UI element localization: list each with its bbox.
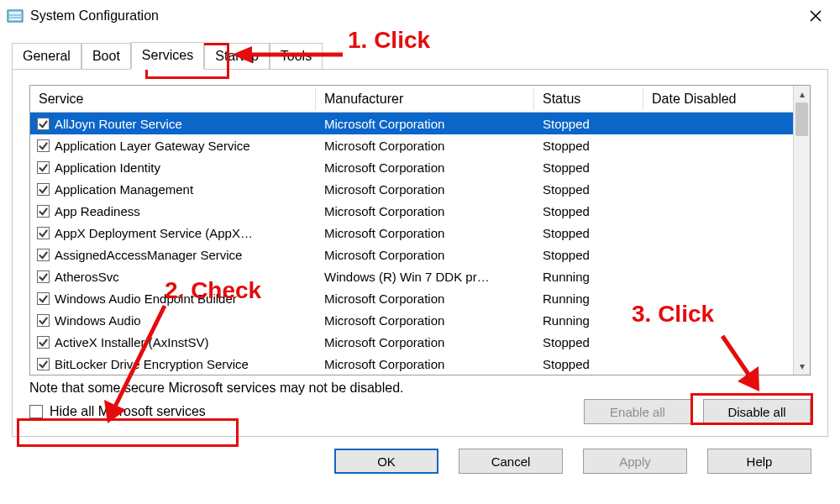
service-manufacturer: Windows (R) Win 7 DDK pr… bbox=[316, 270, 534, 284]
service-manufacturer: Microsoft Corporation bbox=[316, 335, 534, 349]
disable-all-button[interactable]: Disable all bbox=[703, 399, 811, 424]
apply-button[interactable]: Apply bbox=[583, 449, 687, 474]
service-name: Application Identity bbox=[55, 160, 160, 175]
service-checkbox[interactable] bbox=[37, 336, 50, 349]
service-status: Stopped bbox=[534, 204, 643, 218]
scroll-thumb[interactable] bbox=[795, 102, 808, 136]
service-name: Application Layer Gateway Service bbox=[55, 139, 250, 153]
service-rows: AllJoyn Router ServiceMicrosoft Corporat… bbox=[30, 113, 793, 375]
service-checkbox[interactable] bbox=[37, 314, 50, 327]
col-manufacturer[interactable]: Manufacturer bbox=[316, 88, 534, 110]
table-row[interactable]: Windows Audio Endpoint BuilderMicrosoft … bbox=[30, 287, 793, 309]
scrollbar[interactable]: ▴ ▾ bbox=[793, 86, 810, 375]
service-manufacturer: Microsoft Corporation bbox=[316, 291, 534, 306]
table-row[interactable]: AtherosSvcWindows (R) Win 7 DDK pr…Runni… bbox=[30, 265, 793, 287]
service-status: Stopped bbox=[534, 182, 643, 197]
table-row[interactable]: AppX Deployment Service (AppX…Microsoft … bbox=[30, 222, 793, 244]
window-title: System Configuration bbox=[30, 8, 798, 24]
table-row[interactable]: Application IdentityMicrosoft Corporatio… bbox=[30, 156, 793, 178]
tab-bar: GeneralBootServicesStartupTools bbox=[12, 40, 828, 69]
hide-ms-label: Hide all Microsoft services bbox=[50, 404, 206, 419]
enable-all-button[interactable]: Enable all bbox=[584, 399, 691, 424]
service-manufacturer: Microsoft Corporation bbox=[316, 182, 534, 197]
service-name: Windows Audio Endpoint Builder bbox=[55, 291, 237, 306]
service-checkbox[interactable] bbox=[37, 161, 50, 174]
table-row[interactable]: Application ManagementMicrosoft Corporat… bbox=[30, 178, 793, 200]
msconfig-icon bbox=[7, 8, 24, 24]
service-status: Stopped bbox=[534, 117, 643, 131]
close-button[interactable] bbox=[798, 3, 833, 29]
col-service[interactable]: Service bbox=[30, 88, 316, 110]
service-name: AtherosSvc bbox=[55, 270, 119, 284]
table-row[interactable]: BitLocker Drive Encryption ServiceMicros… bbox=[30, 353, 793, 375]
tab-boot[interactable]: Boot bbox=[81, 43, 131, 69]
service-status: Running bbox=[534, 291, 643, 306]
service-status: Stopped bbox=[534, 139, 643, 153]
col-status[interactable]: Status bbox=[534, 88, 643, 110]
help-button[interactable]: Help bbox=[707, 449, 811, 474]
dialog-buttons: OK Cancel Apply Help bbox=[12, 437, 828, 477]
table-row[interactable]: AllJoyn Router ServiceMicrosoft Corporat… bbox=[30, 113, 793, 134]
service-checkbox[interactable] bbox=[37, 227, 50, 239]
scroll-down-icon[interactable]: ▾ bbox=[794, 358, 811, 375]
tab-tools[interactable]: Tools bbox=[270, 43, 323, 69]
service-name: ActiveX Installer (AxInstSV) bbox=[55, 335, 208, 349]
scroll-up-icon[interactable]: ▴ bbox=[794, 86, 811, 102]
tab-startup[interactable]: Startup bbox=[204, 43, 270, 69]
service-status: Stopped bbox=[534, 248, 643, 262]
service-checkbox[interactable] bbox=[37, 183, 50, 196]
col-date-disabled[interactable]: Date Disabled bbox=[643, 88, 793, 110]
service-list: Service Manufacturer Status Date Disable… bbox=[29, 85, 811, 375]
svg-rect-1 bbox=[9, 12, 21, 20]
service-name: BitLocker Drive Encryption Service bbox=[55, 357, 249, 371]
service-name: AssignedAccessManager Service bbox=[55, 248, 242, 262]
column-headers: Service Manufacturer Status Date Disable… bbox=[30, 86, 793, 113]
tab-services[interactable]: Services bbox=[131, 42, 204, 70]
service-checkbox[interactable] bbox=[37, 292, 50, 305]
table-row[interactable]: AssignedAccessManager ServiceMicrosoft C… bbox=[30, 244, 793, 265]
services-panel: Service Manufacturer Status Date Disable… bbox=[12, 69, 828, 437]
service-manufacturer: Microsoft Corporation bbox=[316, 313, 534, 328]
service-name: Windows Audio bbox=[55, 313, 141, 328]
table-row[interactable]: ActiveX Installer (AxInstSV)Microsoft Co… bbox=[30, 331, 793, 353]
cancel-button[interactable]: Cancel bbox=[459, 449, 563, 474]
service-status: Stopped bbox=[534, 357, 643, 371]
table-row[interactable]: Application Layer Gateway ServiceMicroso… bbox=[30, 134, 793, 156]
service-status: Stopped bbox=[534, 335, 643, 349]
window-body: GeneralBootServicesStartupTools Service … bbox=[0, 32, 840, 486]
service-checkbox[interactable] bbox=[37, 139, 50, 152]
service-name: Application Management bbox=[55, 182, 193, 197]
service-checkbox[interactable] bbox=[37, 270, 50, 283]
service-manufacturer: Microsoft Corporation bbox=[316, 226, 534, 240]
service-manufacturer: Microsoft Corporation bbox=[316, 160, 534, 175]
service-status: Running bbox=[534, 313, 643, 328]
service-manufacturer: Microsoft Corporation bbox=[316, 204, 534, 218]
service-name: AppX Deployment Service (AppX… bbox=[55, 226, 253, 240]
service-manufacturer: Microsoft Corporation bbox=[316, 139, 534, 153]
hide-ms-checkbox[interactable]: Hide all Microsoft services bbox=[29, 404, 206, 419]
tab-general[interactable]: General bbox=[12, 43, 81, 69]
service-status: Running bbox=[534, 270, 643, 284]
service-manufacturer: Microsoft Corporation bbox=[316, 357, 534, 371]
service-status: Stopped bbox=[534, 160, 643, 175]
service-manufacturer: Microsoft Corporation bbox=[316, 248, 534, 262]
titlebar: System Configuration bbox=[0, 0, 840, 32]
service-checkbox[interactable] bbox=[37, 358, 50, 370]
table-row[interactable]: App ReadinessMicrosoft CorporationStoppe… bbox=[30, 200, 793, 222]
service-manufacturer: Microsoft Corporation bbox=[316, 117, 534, 131]
table-row[interactable]: Windows AudioMicrosoft CorporationRunnin… bbox=[30, 309, 793, 331]
ok-button[interactable]: OK bbox=[334, 449, 438, 474]
service-name: App Readiness bbox=[55, 204, 140, 218]
service-status: Stopped bbox=[534, 226, 643, 240]
service-name: AllJoyn Router Service bbox=[55, 117, 182, 131]
service-checkbox[interactable] bbox=[37, 249, 50, 261]
note-text: Note that some secure Microsoft services… bbox=[29, 381, 811, 396]
service-checkbox[interactable] bbox=[37, 118, 50, 130]
service-checkbox[interactable] bbox=[37, 205, 50, 218]
